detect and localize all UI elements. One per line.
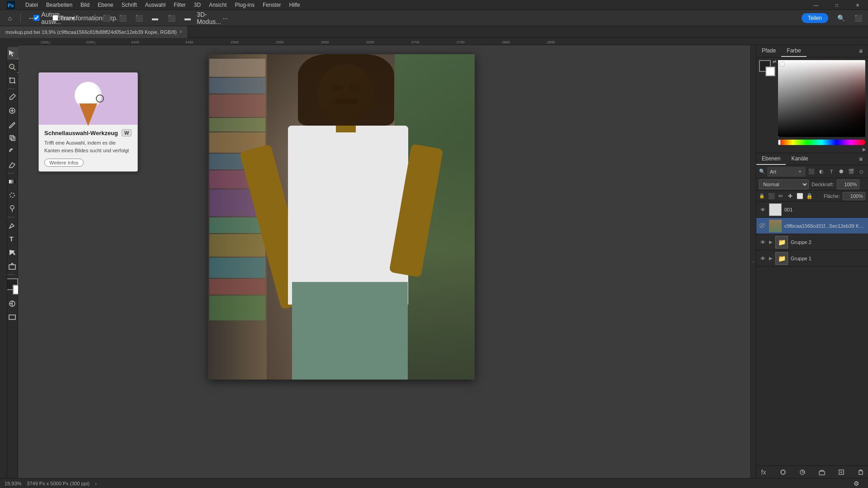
color-spectrum[interactable] xyxy=(778,60,865,137)
layer-visibility-gruppe2[interactable]: 👁 xyxy=(759,239,766,246)
close-button[interactable]: ✕ xyxy=(847,0,868,10)
svg-rect-34 xyxy=(9,315,15,319)
layer-thumbnail-gruppe2: 📁 xyxy=(775,236,788,249)
tooltip-tool-name: Schnellauswahl-Werkzeug xyxy=(44,130,118,136)
options-toolbar: ⌂ ↔ Autom. ausw... Ebene ▾ Transformatio… xyxy=(0,10,868,26)
lock-image-btn[interactable]: ✏ xyxy=(777,192,785,200)
tooltip-more-info-button[interactable]: Weitere Infos xyxy=(44,159,84,167)
right-panel-collapse-handle[interactable]: › xyxy=(750,45,756,478)
home-button[interactable]: ⌂ xyxy=(3,12,17,24)
filter-adjust-icon[interactable]: ◐ xyxy=(817,168,826,176)
align-center-h-button[interactable]: ⬛ xyxy=(115,12,130,24)
menu-bearbeiten[interactable]: Bearbeiten xyxy=(42,1,76,9)
layer-type-dropdown-icon[interactable]: ▾ xyxy=(799,169,801,174)
svg-text:2850: 2850 xyxy=(547,40,555,44)
menu-schrift[interactable]: Schrift xyxy=(118,1,141,9)
align-center-v-button[interactable]: ⬛ xyxy=(164,12,179,24)
add-mask-button[interactable] xyxy=(778,468,788,477)
lock-all-btn[interactable]: 🔒 xyxy=(805,192,813,200)
canvas-document[interactable] xyxy=(208,54,475,380)
workspace-button[interactable]: ⬛ xyxy=(851,12,865,24)
blend-mode-select[interactable]: Normal xyxy=(759,179,809,189)
align-right-button[interactable]: ⬛ xyxy=(132,12,146,24)
lock-artboard-btn[interactable]: ⬜ xyxy=(796,192,804,200)
status-bar-options[interactable]: ⚙ xyxy=(849,479,863,488)
fill-input[interactable] xyxy=(843,192,865,200)
menu-bild[interactable]: Bild xyxy=(77,1,93,9)
menu-datei[interactable]: Datei xyxy=(22,1,42,9)
farbe-tab[interactable]: Farbe xyxy=(781,45,806,57)
person-jeans xyxy=(292,282,408,380)
layer-item-gruppe1[interactable]: 👁 ▶ 📁 Gruppe 1 xyxy=(756,250,868,267)
add-fx-button[interactable]: fx xyxy=(759,468,768,477)
create-layer-button[interactable] xyxy=(837,468,846,477)
maximize-button[interactable]: □ xyxy=(826,0,847,10)
svg-point-26 xyxy=(10,206,14,209)
opacity-input[interactable] xyxy=(837,179,859,189)
transform-checkbox[interactable]: Transformationsstrp. xyxy=(78,12,92,24)
menu-3d[interactable]: 3D xyxy=(190,1,204,9)
lock-position-btn[interactable]: ✚ xyxy=(786,192,794,200)
hue-slider[interactable] xyxy=(778,140,865,145)
svg-text:2350: 2350 xyxy=(86,40,94,44)
color-picker-handle[interactable] xyxy=(780,62,784,66)
share-button[interactable]: Teilen xyxy=(802,13,828,23)
color-expand-button[interactable]: ▶ xyxy=(863,147,866,152)
color-panel-tabs: Pfade Farbe ≡ xyxy=(756,45,868,57)
3d-mode-select[interactable]: 3D-Modus... xyxy=(202,12,216,24)
menu-ansicht[interactable]: Ansicht xyxy=(205,1,230,9)
svg-rect-30 xyxy=(9,265,15,269)
menu-auswahl[interactable]: Auswahl xyxy=(142,1,169,9)
layer-visibility-gruppe1[interactable]: 👁 xyxy=(759,255,766,262)
layer-item-photo-copy[interactable]: c9fbcaa1566cd31f...Sec12eb39 Kopie xyxy=(756,218,868,234)
tab-filename: movkup.psd bei 19,9% (c9fbcaa1566c81fb88… xyxy=(5,29,177,35)
filter-smart-icon[interactable]: 🎬 xyxy=(847,168,855,176)
minimize-button[interactable]: — xyxy=(806,0,826,10)
svg-marker-29 xyxy=(9,250,15,255)
layers-search-input[interactable] xyxy=(770,169,797,174)
hue-slider-handle[interactable] xyxy=(778,140,781,145)
filter-shape-icon[interactable]: ⬟ xyxy=(837,168,845,176)
group-arrow-gruppe2[interactable]: ▶ xyxy=(769,239,773,244)
layer-item-gruppe2[interactable]: 👁 ▶ 📁 Gruppe 2 xyxy=(756,234,868,250)
menu-ebene[interactable]: Ebene xyxy=(94,1,117,9)
menu-hilfe[interactable]: Hilfe xyxy=(286,1,304,9)
bg-color-box[interactable] xyxy=(765,66,775,76)
filter-pixel-icon[interactable]: ⬛ xyxy=(807,168,816,176)
group-arrow-gruppe1[interactable]: ▶ xyxy=(769,256,773,261)
tooltip-title-row: Schnellauswahl-Werkzeug W xyxy=(44,129,132,136)
more-options-button[interactable]: ··· xyxy=(218,12,232,24)
align-left-button[interactable]: ⬛ xyxy=(99,12,113,24)
layer-thumbnail-gruppe1: 📁 xyxy=(775,252,788,265)
document-tab[interactable]: movkup.psd bei 19,9% (c9fbcaa1566c81fb88… xyxy=(0,26,188,38)
layer-visibility-hidden-icon[interactable] xyxy=(759,222,766,230)
tab-close-icon[interactable]: × xyxy=(179,29,182,34)
create-group-button[interactable] xyxy=(817,468,826,477)
kanaele-tab[interactable]: Kanäle xyxy=(786,153,813,165)
pfade-tab[interactable]: Pfade xyxy=(756,45,781,57)
filter-text-icon[interactable]: T xyxy=(827,168,835,176)
tabbar: movkup.psd bei 19,9% (c9fbcaa1566c81fb88… xyxy=(0,26,868,38)
menu-fenster[interactable]: Fenster xyxy=(259,1,285,9)
ebenen-tab[interactable]: Ebenen xyxy=(756,153,786,165)
menu-plugins[interactable]: Plug-ins xyxy=(231,1,258,9)
left-toolbar: T xyxy=(0,45,18,478)
layer-toggle-filter[interactable]: ○ xyxy=(857,168,865,176)
app-icon[interactable]: Ps xyxy=(4,0,18,11)
color-panel-options[interactable]: ≡ xyxy=(856,47,865,56)
search-button[interactable]: 🔍 xyxy=(834,12,848,24)
menu-filter[interactable]: Filter xyxy=(170,1,189,9)
layer-name-gruppe1: Gruppe 1 xyxy=(791,256,865,261)
layer-item-001[interactable]: 👁 001 xyxy=(756,202,868,218)
align-top-button[interactable]: ▬ xyxy=(148,12,162,24)
statusbar-arrow[interactable]: › xyxy=(95,481,97,486)
svg-text:Ps: Ps xyxy=(8,3,14,8)
layer-visibility-001[interactable]: 👁 xyxy=(759,206,766,213)
align-bottom-button[interactable]: ▬ xyxy=(180,12,195,24)
layers-search-box[interactable]: ▾ xyxy=(767,167,806,177)
swap-colors-icon[interactable]: ⇄ xyxy=(773,59,776,64)
lock-transparent-btn[interactable]: ⬛ xyxy=(767,192,775,200)
add-adjustment-button[interactable] xyxy=(798,468,807,477)
delete-layer-button[interactable] xyxy=(856,468,865,477)
layers-panel-options[interactable]: ≡ xyxy=(856,155,865,164)
